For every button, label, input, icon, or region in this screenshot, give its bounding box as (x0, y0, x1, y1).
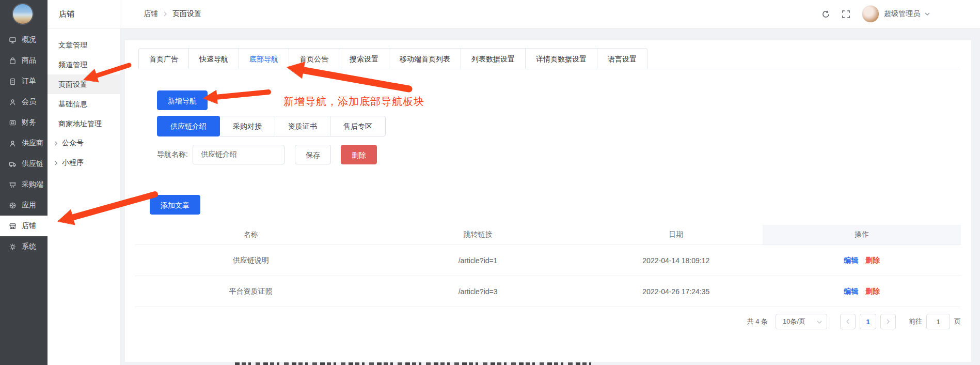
nav-group-qualification-cert[interactable]: 资质证书 (275, 116, 330, 136)
main-nav: 概况 商品 订单 会员 财务 供应商 (0, 29, 48, 257)
sidebar-item-orders[interactable]: 订单 (0, 71, 48, 92)
cell-date: 2022-04-14 18:09:12 (589, 245, 763, 276)
order-icon (9, 78, 17, 85)
next-page-button[interactable] (880, 314, 896, 329)
finance-icon (9, 119, 17, 127)
chevron-down-icon (817, 320, 822, 325)
procurement-icon (9, 181, 17, 189)
tab-list-data-settings[interactable]: 列表数据设置 (461, 48, 525, 69)
tab-home-notice[interactable]: 首页公告 (289, 48, 339, 69)
page-settings-card: 首页广告 快速导航 底部导航 首页公告 搜索设置 移动端首页列表 列表数据设置 … (125, 40, 971, 362)
goto-label: 前往 (909, 317, 922, 326)
breadcrumb-shop[interactable]: 店铺 (144, 9, 158, 19)
submenu-item-basic-info[interactable]: 基础信息 (48, 94, 120, 114)
sidebar-item-label: 店铺 (22, 221, 36, 231)
table-row: 供应链说明 /article?id=1 2022-04-14 18:09:12 … (135, 245, 961, 276)
edit-link[interactable]: 编辑 (844, 256, 858, 264)
goto-unit-label: 页 (954, 317, 961, 326)
gear-icon (9, 243, 17, 251)
user-menu[interactable]: 超级管理员 (862, 5, 930, 23)
submenu-item-merchant-address[interactable]: 商家地址管理 (48, 114, 120, 133)
sidebar-item-label: 商品 (22, 56, 36, 65)
sidebar-item-shop[interactable]: 店铺 (0, 216, 48, 236)
shop-icon (9, 222, 17, 230)
submenu-title: 店铺 (48, 0, 120, 28)
tab-footer-nav[interactable]: 底部导航 (239, 48, 289, 69)
page-size-value: 10条/页 (783, 317, 805, 325)
page-size-select[interactable]: 10条/页 (776, 314, 827, 329)
sidebar-item-members[interactable]: 会员 (0, 92, 48, 112)
cell-date: 2022-04-26 17:24:35 (589, 276, 763, 307)
tab-language-settings[interactable]: 语言设置 (597, 48, 647, 69)
tab-home-ads[interactable]: 首页广告 (138, 48, 188, 69)
pagination-total: 共 4 条 (747, 317, 768, 326)
add-nav-button[interactable]: 新增导航 (157, 90, 208, 110)
sidebar-item-supply-chain[interactable]: 供应链 (0, 154, 48, 174)
nav-group-procurement-docking[interactable]: 采购对接 (219, 116, 275, 136)
submenu-item-article-management[interactable]: 文章管理 (48, 35, 120, 55)
sidebar-item-label: 概况 (22, 35, 36, 44)
tab-detail-data-settings[interactable]: 详情页数据设置 (525, 48, 597, 69)
cell-link: /article?id=1 (367, 245, 590, 276)
save-button[interactable]: 保存 (295, 145, 331, 164)
admin-app: 概况 商品 订单 会员 财务 供应商 (0, 0, 980, 365)
table-header-row: 名称 跳转链接 日期 操作 (135, 225, 961, 245)
delete-link[interactable]: 删除 (865, 256, 880, 264)
sidebar-item-apps[interactable]: 应用 (0, 195, 48, 216)
cell-link: /article?id=3 (367, 276, 590, 307)
sidebar-item-goods[interactable]: 商品 (0, 50, 48, 71)
nav-name-input[interactable] (193, 145, 284, 164)
edit-link[interactable]: 编辑 (844, 287, 858, 295)
clipped-text-strip (235, 362, 591, 365)
cell-name: 平台资质证照 (135, 276, 367, 307)
sidebar-item-label: 供应商 (22, 139, 43, 148)
sidebar-item-label: 会员 (22, 97, 36, 107)
sidebar-item-label: 应用 (22, 201, 36, 210)
sidebar-item-label: 订单 (22, 77, 36, 86)
site-logo[interactable] (13, 4, 33, 24)
breadcrumb-page-settings: 页面设置 (172, 9, 201, 19)
user-avatar (862, 5, 879, 23)
page-number-button[interactable]: 1 (860, 314, 876, 329)
goto-page-input[interactable] (926, 314, 950, 329)
sidebar-item-finance[interactable]: 财务 (0, 112, 48, 133)
page-settings-tabs: 首页广告 快速导航 底部导航 首页公告 搜索设置 移动端首页列表 列表数据设置 … (138, 48, 961, 69)
chevron-right-icon (54, 141, 58, 146)
nav-group-after-sales[interactable]: 售后专区 (330, 116, 386, 136)
refresh-icon[interactable] (821, 10, 830, 19)
col-name: 名称 (135, 225, 367, 245)
sidebar-item-procurement[interactable]: 采购端 (0, 174, 48, 195)
tab-search-settings[interactable]: 搜索设置 (339, 48, 389, 69)
submenu-group-label: 公众号 (62, 139, 84, 148)
tab-quick-nav[interactable]: 快速导航 (188, 48, 239, 69)
top-bar: 店铺 页面设置 超级管理员 (120, 0, 980, 28)
apps-icon (9, 202, 17, 209)
sidebar-item-suppliers[interactable]: 供应商 (0, 133, 48, 154)
submenu-group-official-account[interactable]: 公众号 (48, 133, 120, 153)
submenu-group-label: 小程序 (62, 158, 84, 168)
nav-group-supply-chain-intro[interactable]: 供应链介绍 (157, 116, 220, 136)
prev-page-button[interactable] (840, 314, 856, 329)
tab-mobile-home-list[interactable]: 移动端首页列表 (389, 48, 461, 69)
cell-actions: 编辑 删除 (763, 276, 961, 307)
supplier-icon (9, 140, 17, 147)
goods-icon (9, 57, 17, 65)
nav-name-form: 导航名称: 保存 删除 (157, 145, 961, 164)
cell-actions: 编辑 删除 (763, 245, 961, 276)
fullscreen-icon[interactable] (842, 10, 850, 19)
articles-table: 名称 跳转链接 日期 操作 供应链说明 /article?id=1 2022-0… (135, 225, 961, 307)
sidebar-item-system[interactable]: 系统 (0, 236, 48, 257)
add-article-button[interactable]: 添加文章 (150, 195, 200, 215)
breadcrumb: 店铺 页面设置 (144, 0, 201, 28)
submenu-item-page-settings[interactable]: 页面设置 (48, 74, 120, 94)
chevron-right-icon (54, 161, 58, 165)
footer-nav-groups: 供应链介绍 采购对接 资质证书 售后专区 (157, 116, 961, 136)
submenu-item-channel-management[interactable]: 频道管理 (48, 55, 120, 74)
sidebar-item-overview[interactable]: 概况 (0, 29, 48, 50)
delete-link[interactable]: 删除 (865, 287, 880, 295)
main-area: 店铺 页面设置 超级管理员 (120, 0, 980, 365)
submenu-group-mini-program[interactable]: 小程序 (48, 153, 120, 173)
table-row: 平台资质证照 /article?id=3 2022-04-26 17:24:35… (135, 276, 961, 307)
col-date: 日期 (589, 225, 763, 245)
delete-nav-button[interactable]: 删除 (341, 145, 377, 164)
